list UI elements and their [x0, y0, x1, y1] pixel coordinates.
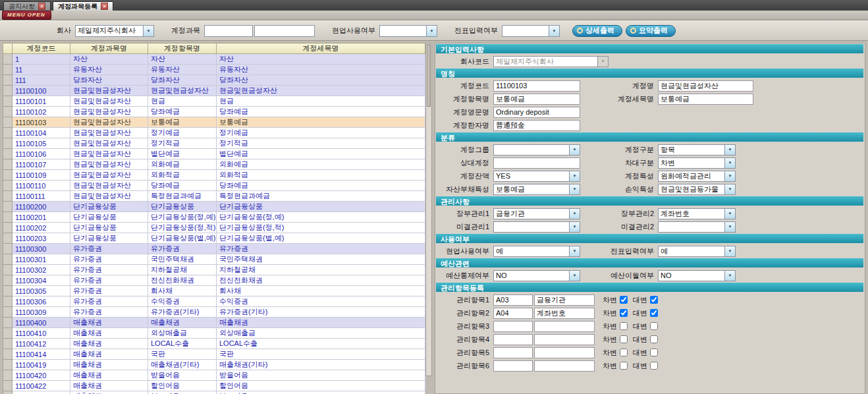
- grid-cell[interactable]: 단기금융상품(별,예): [217, 233, 425, 244]
- grid-cell[interactable]: 현금및현금성자산: [70, 191, 148, 202]
- grid-cell[interactable]: 할인어음: [148, 381, 217, 391]
- grid-cell[interactable]: 국판: [217, 349, 425, 360]
- grid-cell[interactable]: 유가증권: [70, 244, 148, 254]
- grid-cell[interactable]: 정기예금: [148, 128, 217, 138]
- grid-cell[interactable]: 현금및현금성자산: [70, 159, 148, 170]
- mgmt-item5-name-field[interactable]: [534, 347, 595, 358]
- hanja-name-field[interactable]: [493, 120, 580, 131]
- grid-cell[interactable]: 당좌예금: [217, 107, 425, 117]
- grid-cell[interactable]: 유가증권: [70, 286, 148, 296]
- grid-row[interactable]: 11100422매출채권할인어음할인어음: [3, 381, 425, 391]
- row-selector[interactable]: [3, 138, 13, 149]
- detail-name-field[interactable]: [658, 94, 753, 105]
- mgmt-item1-debit-checkbox[interactable]: [620, 296, 628, 304]
- grid-cell[interactable]: 정기적금: [217, 138, 425, 149]
- grid-cell[interactable]: 유가증권: [70, 254, 148, 265]
- contra-account-field[interactable]: [493, 157, 580, 169]
- grid-cell[interactable]: 11100201: [13, 212, 70, 223]
- grid-cell[interactable]: 11100306: [13, 296, 70, 307]
- tab-notice[interactable]: 공지사항 ×: [3, 1, 51, 11]
- summary-print-button[interactable]: 요약출력: [626, 25, 676, 37]
- grid-cell[interactable]: 외상매출금: [148, 328, 217, 339]
- mgmt-item4-code-field[interactable]: [493, 334, 533, 345]
- col-header-item-name[interactable]: 계정항목명: [148, 43, 217, 54]
- grid-cell[interactable]: 단기금융상품: [70, 223, 148, 233]
- grid-cell[interactable]: 외상매출금: [217, 328, 425, 339]
- chevron-down-icon[interactable]: ▼: [143, 26, 153, 36]
- mgmt-item4-credit-checkbox[interactable]: [650, 335, 658, 343]
- grid-cell[interactable]: 매출채권(기타): [148, 360, 217, 370]
- grid-cell[interactable]: 특정현금과예금: [217, 191, 425, 202]
- chevron-down-icon[interactable]: ▼: [569, 171, 580, 181]
- grid-cell[interactable]: 11100110: [13, 181, 70, 191]
- grid-cell[interactable]: 유가증권: [70, 265, 148, 275]
- grid-cell[interactable]: 매출채권: [70, 339, 148, 349]
- grid-cell[interactable]: 11100300: [13, 244, 70, 254]
- mgmt-item5-code-field[interactable]: [493, 347, 533, 358]
- row-selector[interactable]: [3, 54, 13, 65]
- grid-cell[interactable]: 단기금융상품: [217, 202, 425, 212]
- grid-cell[interactable]: 11: [13, 65, 70, 75]
- grid-cell[interactable]: 매출채권: [70, 370, 148, 381]
- grid-cell[interactable]: 매출채권: [70, 360, 148, 370]
- grid-row[interactable]: 11100106현금및현금성자산별단예금별단예금: [3, 149, 425, 159]
- row-selector[interactable]: [3, 65, 13, 75]
- grid-row[interactable]: 11100201단기금융상품단기금융상품(정,예)단기금융상품(정,예): [3, 212, 425, 223]
- mgmt-item4-name-field[interactable]: [534, 334, 595, 345]
- grid-cell[interactable]: 당좌예금: [148, 107, 217, 117]
- mgmt-item6-code-field[interactable]: [493, 360, 533, 372]
- row-selector[interactable]: [3, 149, 13, 159]
- grid-cell[interactable]: 11100400: [13, 318, 70, 328]
- chevron-down-icon[interactable]: ▼: [569, 222, 580, 232]
- account-attr-select[interactable]: 원화예적금관리 ▼: [658, 171, 736, 182]
- grid-cell[interactable]: LOCAL수출: [217, 339, 425, 349]
- grid-row[interactable]: 11100304유가증권전신전화채권전신전화채권: [3, 275, 425, 286]
- grid-cell[interactable]: 지하철공채: [148, 265, 217, 275]
- grid-cell[interactable]: 전신전화채권: [217, 275, 425, 286]
- grid-row[interactable]: 11100306유가증권수익증권수익증권: [3, 296, 425, 307]
- grid-cell[interactable]: 11100420: [13, 370, 70, 381]
- budget-control-select[interactable]: NO ▼: [493, 270, 580, 281]
- field-use-select[interactable]: ▼: [379, 25, 437, 37]
- grid-cell[interactable]: 수익증권: [217, 296, 425, 307]
- grid-cell[interactable]: 단기금융상품: [70, 202, 148, 212]
- account-name-input[interactable]: [254, 25, 315, 37]
- grid-cell[interactable]: 별단예금: [217, 149, 425, 159]
- row-selector[interactable]: [3, 223, 13, 233]
- row-selector[interactable]: [3, 117, 13, 128]
- grid-cell[interactable]: 매출채권(기타): [217, 360, 425, 370]
- grid-cell[interactable]: 단기금융상품(정,예): [148, 212, 217, 223]
- row-selector[interactable]: [3, 318, 13, 328]
- chevron-down-icon[interactable]: ▼: [724, 145, 735, 155]
- grid-cell[interactable]: 별단예금: [148, 149, 217, 159]
- grid-row[interactable]: 11100300유가증권유가증권유가증권: [3, 244, 425, 254]
- grid-row[interactable]: 11100110현금및현금성자산당좌예금당좌예금: [3, 181, 425, 191]
- field-use-panel-select[interactable]: 예 ▼: [493, 246, 580, 257]
- grid-cell[interactable]: 전신전화채권: [148, 275, 217, 286]
- item-name-field[interactable]: [493, 94, 580, 105]
- ledger-mgmt1-select[interactable]: 금융기관 ▼: [493, 208, 580, 219]
- company-select[interactable]: 제일제지주식회사 ▼: [75, 25, 154, 37]
- grid-cell[interactable]: 국민주택채권: [148, 254, 217, 265]
- grid-row[interactable]: 11100301유가증권국민주택채권국민주택채권: [3, 254, 425, 265]
- grid-cell[interactable]: 11100106: [13, 149, 70, 159]
- row-selector[interactable]: [3, 191, 13, 202]
- asset-liability-select[interactable]: 보통예금 ▼: [493, 184, 580, 195]
- grid-cell[interactable]: 매출채권: [70, 318, 148, 328]
- row-selector[interactable]: [3, 202, 13, 212]
- grid-cell[interactable]: 수익증권: [148, 296, 217, 307]
- col-header-detail-name[interactable]: 계정세목명: [217, 43, 425, 54]
- grid-cell[interactable]: 유가증권: [148, 244, 217, 254]
- grid-cell[interactable]: 자산: [70, 54, 148, 65]
- grid-cell[interactable]: 11100304: [13, 275, 70, 286]
- grid-cell[interactable]: 현금및현금성자산: [70, 138, 148, 149]
- grid-cell[interactable]: 11100101: [13, 96, 70, 107]
- row-selector[interactable]: [3, 233, 13, 244]
- mgmt-item3-code-field[interactable]: [493, 321, 533, 332]
- mgmt-item6-debit-checkbox[interactable]: [620, 362, 628, 370]
- row-selector[interactable]: [3, 339, 13, 349]
- grid-cell[interactable]: 외화예금: [148, 159, 217, 170]
- row-selector[interactable]: [3, 254, 13, 265]
- chevron-down-icon[interactable]: ▼: [724, 209, 735, 219]
- grid-cell[interactable]: 회사채: [148, 286, 217, 296]
